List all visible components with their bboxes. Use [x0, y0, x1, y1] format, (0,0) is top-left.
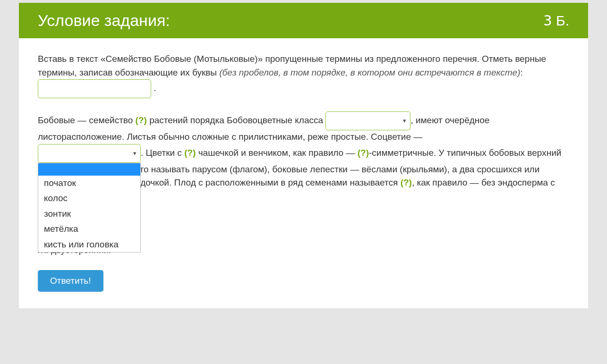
select-class[interactable] — [325, 111, 410, 130]
dropdown-option[interactable]: колос — [38, 191, 140, 206]
placeholder-q: (?) — [184, 148, 196, 158]
task-card: Условие задания: 3 Б. Вставь в текст «Се… — [19, 3, 588, 308]
dropdown-list: початок колос зонтик метёлка кисть или г… — [38, 163, 141, 253]
text-frag-4: . Цветки с — [141, 148, 184, 158]
points-unit: Б. — [552, 13, 569, 28]
answer-letters-input[interactable] — [38, 79, 151, 98]
text-frag-1: Бобовые — семейство — [38, 115, 136, 125]
text-frag-2: растений порядка Бобовоцветные класса — [147, 115, 325, 125]
intro-period: . — [154, 83, 156, 93]
placeholder-q: (?) — [401, 178, 412, 187]
dropdown-option[interactable]: зонтик — [38, 206, 140, 222]
intro-italic: (без пробелов, в том порядке, в котором … — [219, 68, 520, 77]
task-title: Условие задания: — [38, 8, 170, 33]
select-inflorescence-wrap: початок колос зонтик метёлка кисть или г… — [38, 144, 141, 163]
text-frag-5: чашечкой и венчиком, как правило — — [196, 148, 357, 158]
select-class-wrap — [325, 111, 410, 130]
task-points: 3 Б. — [544, 10, 569, 31]
submit-button[interactable]: Ответить! — [38, 270, 103, 292]
placeholder-q: (?) — [358, 148, 369, 158]
placeholder-q: (?) — [136, 115, 147, 125]
fill-text-paragraph: Бобовые — семейство (?) растений порядка… — [38, 111, 569, 203]
dropdown-option[interactable]: початок — [38, 176, 140, 191]
dropdown-option[interactable]: метёлка — [38, 221, 140, 237]
points-number: 3 — [544, 12, 552, 29]
dropdown-option[interactable]: кисть или головка — [38, 237, 140, 253]
task-content: Вставь в текст «Семейство Бобовые (Мотыл… — [19, 38, 588, 308]
intro-paragraph: Вставь в текст «Семейство Бобовые (Мотыл… — [38, 52, 569, 98]
select-inflorescence[interactable] — [38, 144, 141, 163]
dropdown-option-selected[interactable] — [38, 163, 140, 176]
intro-colon: : — [520, 68, 522, 77]
task-header: Условие задания: 3 Б. — [19, 3, 588, 38]
